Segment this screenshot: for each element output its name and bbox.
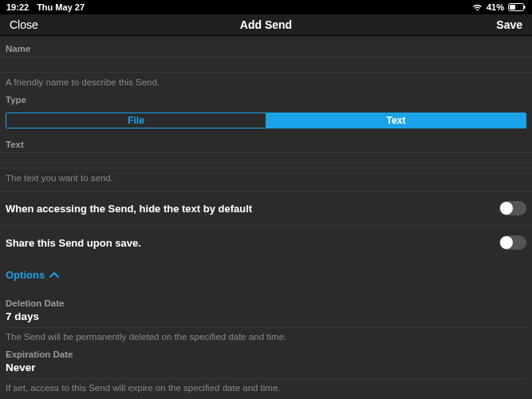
statusbar-date: Thu May 27 bbox=[37, 2, 85, 12]
page-title: Add Send bbox=[0, 18, 532, 31]
expiration-label: Expiration Date bbox=[6, 342, 526, 359]
expiration-value: Never bbox=[6, 359, 526, 379]
deletion-block[interactable]: Deletion Date 7 days The Send will be pe… bbox=[0, 290, 532, 342]
options-label: Options bbox=[6, 269, 45, 281]
type-option-file[interactable]: File bbox=[6, 113, 266, 128]
toggle-share[interactable] bbox=[499, 235, 526, 250]
header: Close Add Send Save bbox=[0, 14, 532, 36]
toggle-share-label: Share this Send upon save. bbox=[6, 237, 499, 249]
content: Name A friendly name to describe this Se… bbox=[0, 36, 532, 399]
deletion-label: Deletion Date bbox=[6, 290, 526, 308]
svg-rect-2 bbox=[524, 6, 526, 9]
type-option-text[interactable]: Text bbox=[266, 113, 526, 128]
name-help: A friendly name to describe this Send. bbox=[0, 73, 532, 87]
text-input[interactable] bbox=[0, 152, 532, 168]
text-help: The text you want to send. bbox=[0, 168, 532, 183]
close-button[interactable]: Close bbox=[10, 18, 38, 31]
options-toggle[interactable]: Options bbox=[0, 259, 532, 290]
wifi-icon bbox=[472, 4, 483, 11]
deletion-value: 7 days bbox=[6, 308, 526, 328]
name-label: Name bbox=[0, 36, 532, 57]
max-access-block[interactable]: Maximum Access Count bbox=[0, 393, 532, 399]
toggle-hide-text-label: When accessing the Send, hide the text b… bbox=[6, 203, 499, 215]
expiration-help: If set, access to this Send will expire … bbox=[6, 379, 526, 393]
type-label: Type bbox=[0, 87, 532, 108]
expiration-block[interactable]: Expiration Date Never If set, access to … bbox=[0, 342, 532, 393]
toggle-share-row: Share this Send upon save. bbox=[0, 225, 532, 259]
toggle-hide-text[interactable] bbox=[499, 201, 526, 215]
battery-icon bbox=[508, 3, 526, 11]
status-bar: 19:22 Thu May 27 41% bbox=[0, 0, 532, 14]
name-input[interactable] bbox=[0, 57, 532, 73]
statusbar-battery-pct: 41% bbox=[487, 2, 504, 12]
max-access-label: Maximum Access Count bbox=[6, 393, 526, 399]
save-button[interactable]: Save bbox=[496, 18, 522, 31]
deletion-help: The Send will be permanently deleted on … bbox=[6, 328, 526, 342]
chevron-up-icon bbox=[49, 269, 59, 281]
statusbar-time: 19:22 bbox=[6, 2, 29, 12]
toggle-hide-text-row: When accessing the Send, hide the text b… bbox=[0, 191, 532, 225]
svg-rect-1 bbox=[510, 5, 515, 10]
type-segmented: File Text bbox=[6, 113, 526, 128]
text-label: Text bbox=[0, 128, 532, 152]
